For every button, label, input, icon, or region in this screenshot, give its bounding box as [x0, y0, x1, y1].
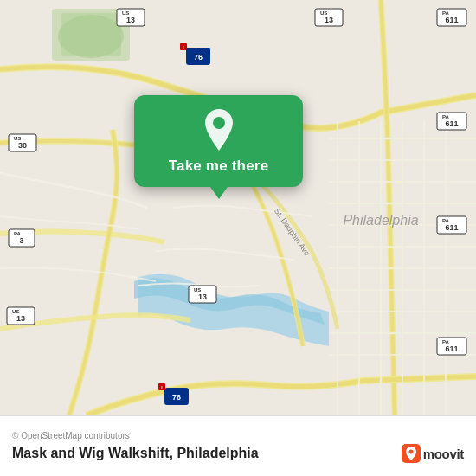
moovit-app-icon [402, 444, 421, 463]
take-me-there-button[interactable]: Take me there [169, 158, 269, 175]
svg-text:611: 611 [445, 16, 458, 24]
bottom-bar: © OpenStreetMap contributors Mask and Wi… [0, 415, 476, 476]
moovit-brand-text: moovit [423, 447, 464, 461]
location-name-text: Mask and Wig Walkshift, Philadelphia [12, 446, 259, 461]
map-attribution: © OpenStreetMap contributors [12, 431, 464, 441]
svg-text:Philadelphia: Philadelphia [343, 213, 418, 228]
moovit-logo: moovit [402, 444, 464, 463]
popup-card[interactable]: Take me there [134, 95, 303, 187]
svg-point-61 [213, 117, 225, 129]
map-area: 76 I 76 I US 13 US 30 PA 3 US 13 US 13 P… [0, 0, 476, 415]
svg-text:13: 13 [16, 314, 25, 323]
svg-text:13: 13 [325, 16, 333, 24]
location-title-row: Mask and Wig Walkshift, Philadelphia moo… [12, 444, 464, 463]
map-svg: 76 I 76 I US 13 US 30 PA 3 US 13 US 13 P… [0, 0, 476, 415]
svg-text:30: 30 [18, 141, 27, 150]
svg-point-63 [408, 450, 413, 454]
svg-text:13: 13 [198, 293, 207, 301]
svg-text:611: 611 [445, 119, 458, 128]
svg-text:13: 13 [126, 16, 135, 24]
svg-text:3: 3 [19, 236, 23, 245]
svg-text:611: 611 [445, 344, 458, 353]
svg-text:611: 611 [445, 223, 458, 232]
svg-point-3 [58, 15, 124, 58]
svg-text:76: 76 [172, 393, 181, 402]
svg-text:76: 76 [194, 53, 203, 61]
location-pin-icon [200, 111, 238, 149]
